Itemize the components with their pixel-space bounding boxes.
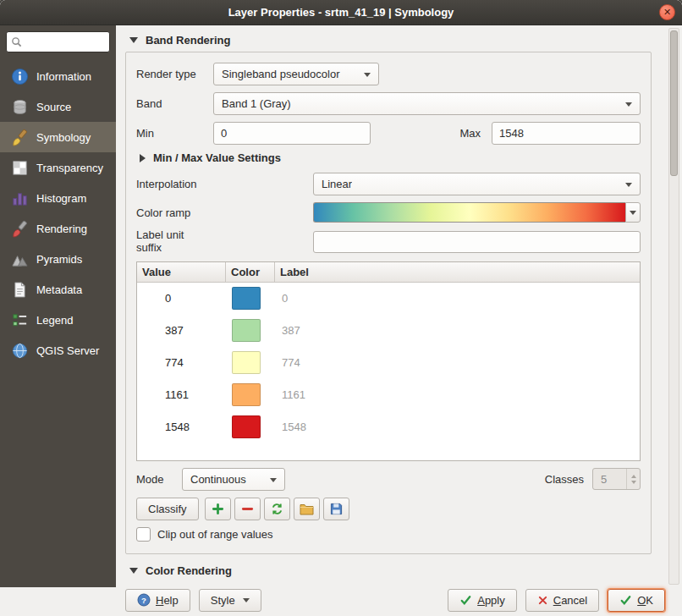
save-file-button[interactable]	[323, 498, 349, 520]
ok-button[interactable]: OK	[608, 589, 665, 612]
table-row[interactable]: 1161 1161	[137, 379, 640, 411]
scrollbar-thumb[interactable]	[670, 30, 678, 176]
color-cell[interactable]	[226, 383, 275, 406]
apply-button[interactable]: Apply	[448, 589, 517, 612]
sidebar-item-rendering[interactable]: Rendering	[0, 213, 116, 244]
color-cell[interactable]	[226, 287, 275, 310]
sidebar-item-transparency[interactable]: Transparency	[0, 152, 116, 183]
search-input[interactable]	[25, 36, 102, 48]
mode-select[interactable]: Continuous	[182, 468, 285, 491]
band-rendering-header[interactable]: Band Rendering	[125, 30, 652, 52]
classify-button[interactable]: Classify	[136, 498, 199, 520]
label-cell[interactable]: 387	[275, 324, 640, 337]
color-swatch[interactable]	[232, 415, 261, 438]
max-input[interactable]	[492, 122, 641, 145]
expand-triangle-icon	[140, 154, 146, 162]
color-swatch[interactable]	[232, 351, 261, 374]
open-file-button[interactable]	[294, 498, 320, 520]
svg-text:?: ?	[141, 596, 146, 605]
color-swatch[interactable]	[232, 383, 261, 406]
table-row[interactable]: 774 774	[137, 347, 640, 379]
sidebar-item-qgis-server[interactable]: QGIS Server	[0, 335, 116, 366]
interpolation-select[interactable]: Linear	[313, 173, 641, 195]
classes-spinner: 5	[592, 468, 641, 490]
legend-icon	[10, 311, 29, 329]
cancel-x-icon	[537, 595, 548, 606]
column-header-label[interactable]: Label	[275, 262, 640, 282]
help-button[interactable]: ? Help	[125, 589, 190, 612]
color-cell[interactable]	[226, 415, 275, 438]
color-rendering-header[interactable]: Color Rendering	[125, 561, 652, 582]
chevron-down-icon	[243, 598, 250, 602]
sidebar-item-label: Legend	[36, 314, 73, 327]
render-type-select[interactable]: Singleband pseudocolor	[213, 63, 379, 85]
label-cell[interactable]: 774	[275, 356, 640, 369]
vertical-scrollbar[interactable]	[668, 28, 679, 585]
sidebar-item-pyramids[interactable]: Pyramids	[0, 244, 116, 274]
sidebar-search[interactable]	[6, 31, 110, 52]
titlebar[interactable]: Layer Properties - srtm_41_19 | Symbolog…	[0, 0, 682, 25]
sidebar-item-label: Histogram	[36, 192, 86, 205]
transparency-icon	[10, 158, 29, 177]
label-cell[interactable]: 1548	[275, 421, 640, 433]
value-cell[interactable]: 0	[137, 292, 226, 305]
render-type-value: Singleband pseudocolor	[222, 68, 340, 80]
color-cell[interactable]	[226, 319, 275, 342]
sidebar-item-label: Rendering	[36, 223, 87, 235]
min-input[interactable]	[213, 122, 371, 145]
max-label: Max	[459, 127, 481, 140]
clip-checkbox-label: Clip out of range values	[157, 528, 273, 541]
sidebar-item-symbology[interactable]: Symbology	[0, 122, 116, 152]
clip-checkbox[interactable]	[136, 527, 151, 542]
remove-value-button[interactable]	[234, 498, 261, 520]
sidebar-item-information[interactable]: Information	[0, 61, 116, 91]
color-swatch[interactable]	[232, 287, 261, 310]
spinner-arrows	[626, 469, 640, 489]
column-header-color[interactable]: Color	[226, 262, 275, 282]
refresh-icon	[271, 503, 283, 515]
cancel-button-label: Cancel	[553, 594, 587, 607]
value-cell[interactable]: 774	[137, 356, 226, 369]
color-table-body: 0 0 387 387 774 774 1161 1161 1548 1548	[137, 283, 640, 443]
color-ramp-dropdown-button[interactable]	[625, 202, 641, 223]
band-select[interactable]: Band 1 (Gray)	[213, 92, 641, 115]
style-button-label: Style	[211, 594, 235, 607]
apply-button-label: Apply	[477, 594, 505, 607]
color-cell[interactable]	[226, 351, 275, 374]
render-type-label: Render type	[136, 68, 213, 80]
sidebar-item-label: Information	[36, 70, 91, 83]
cancel-button[interactable]: Cancel	[525, 589, 599, 612]
label-cell[interactable]: 1161	[275, 388, 640, 401]
table-row[interactable]: 387 387	[137, 315, 640, 347]
collapse-triangle-icon	[129, 568, 138, 574]
add-value-button[interactable]	[205, 498, 231, 520]
sidebar-item-histogram[interactable]: Histogram	[0, 183, 116, 213]
sidebar-nav: Information Source Symbology Transparenc…	[0, 61, 116, 366]
classes-label: Classes	[545, 473, 584, 486]
table-row[interactable]: 1548 1548	[137, 411, 640, 443]
value-cell[interactable]: 1161	[137, 388, 226, 401]
spinner-up-icon	[631, 475, 636, 478]
minmax-settings-header[interactable]: Min / Max Value Settings	[140, 151, 641, 164]
label-unit-suffix-input[interactable]	[313, 231, 641, 253]
label-cell[interactable]: 0	[275, 292, 640, 305]
ok-check-icon	[619, 594, 632, 607]
close-button[interactable]: ✕	[659, 4, 675, 20]
color-map-table[interactable]: Value Color Label 0 0 387 387 774 774 11…	[136, 261, 641, 461]
sidebar-item-label: Transparency	[36, 162, 103, 174]
style-button[interactable]: Style	[199, 589, 261, 612]
color-ramp-preview[interactable]	[313, 202, 625, 223]
sidebar-item-metadata[interactable]: Metadata	[0, 274, 116, 305]
histogram-icon	[10, 189, 29, 207]
band-rendering-title: Band Rendering	[146, 34, 230, 47]
sidebar-item-label: Pyramids	[36, 253, 82, 266]
column-header-value[interactable]: Value	[137, 262, 226, 282]
band-value: Band 1 (Gray)	[222, 97, 291, 110]
sidebar-item-legend[interactable]: Legend	[0, 305, 116, 335]
value-cell[interactable]: 387	[137, 324, 226, 337]
table-row[interactable]: 0 0	[137, 283, 640, 315]
sidebar-item-source[interactable]: Source	[0, 91, 116, 122]
value-cell[interactable]: 1548	[137, 421, 226, 433]
color-swatch[interactable]	[232, 319, 261, 342]
load-colormap-button[interactable]	[264, 498, 290, 520]
